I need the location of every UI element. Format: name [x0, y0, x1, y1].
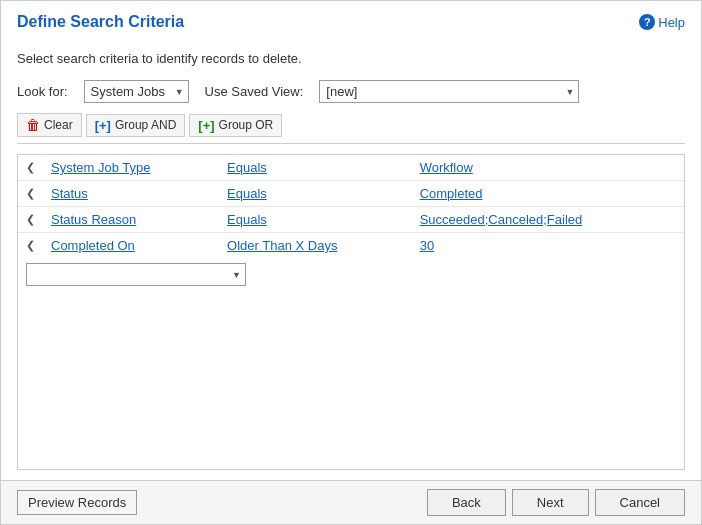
group-and-label: Group AND: [115, 118, 176, 132]
clear-button[interactable]: 🗑 Clear: [17, 113, 82, 137]
table-row: ❮ Completed On Older Than X Days 30: [18, 233, 684, 259]
clear-icon: 🗑: [26, 117, 40, 133]
row-chevron-0[interactable]: ❮: [18, 155, 43, 181]
dialog-title: Define Search Criteria: [17, 13, 184, 31]
field-cell-3: Completed On: [43, 233, 219, 259]
help-link[interactable]: ? Help: [639, 14, 685, 30]
look-for-select-wrapper[interactable]: System Jobs: [84, 80, 189, 103]
row-chevron-1[interactable]: ❮: [18, 181, 43, 207]
use-saved-view-label: Use Saved View:: [205, 84, 304, 99]
dialog: Define Search Criteria ? Help Select sea…: [0, 0, 702, 525]
look-for-label: Look for:: [17, 84, 68, 99]
field-cell-1: Status: [43, 181, 219, 207]
look-for-select[interactable]: System Jobs: [84, 80, 189, 103]
toolbar: 🗑 Clear [+] Group AND [+] Group OR: [17, 113, 685, 144]
operator-link-3[interactable]: Older Than X Days: [227, 238, 337, 253]
cancel-button[interactable]: Cancel: [595, 489, 685, 516]
field-link-3[interactable]: Completed On: [51, 238, 135, 253]
new-row: [18, 258, 684, 291]
value-link-1[interactable]: Completed: [420, 186, 483, 201]
operator-link-2[interactable]: Equals: [227, 212, 267, 227]
table-row: ❮ Status Equals Completed: [18, 181, 684, 207]
subtitle-text: Select search criteria to identify recor…: [17, 47, 685, 70]
table-row: ❮ System Job Type Equals Workflow: [18, 155, 684, 181]
dialog-body: Select search criteria to identify recor…: [1, 37, 701, 480]
group-and-button[interactable]: [+] Group AND: [86, 114, 186, 137]
group-or-label: Group OR: [219, 118, 274, 132]
new-field-select[interactable]: [26, 263, 246, 286]
group-or-icon: [+]: [198, 118, 214, 133]
value-cell-2: Succeeded;Canceled;Failed: [412, 207, 684, 233]
value-link-2[interactable]: Succeeded;Canceled;Failed: [420, 212, 583, 227]
value-cell-1: Completed: [412, 181, 684, 207]
field-link-0[interactable]: System Job Type: [51, 160, 150, 175]
operator-cell-1: Equals: [219, 181, 412, 207]
group-or-button[interactable]: [+] Group OR: [189, 114, 282, 137]
dialog-footer: Preview Records Back Next Cancel: [1, 480, 701, 524]
new-field-select-wrapper[interactable]: [26, 263, 246, 286]
help-icon: ?: [639, 14, 655, 30]
next-button[interactable]: Next: [512, 489, 589, 516]
criteria-table-container: ❮ System Job Type Equals Workflow ❮ Stat…: [17, 154, 685, 470]
operator-cell-0: Equals: [219, 155, 412, 181]
operator-cell-2: Equals: [219, 207, 412, 233]
preview-records-button[interactable]: Preview Records: [17, 490, 137, 515]
group-and-icon: [+]: [95, 118, 111, 133]
value-cell-3: 30: [412, 233, 684, 259]
help-label: Help: [658, 15, 685, 30]
footer-nav-buttons: Back Next Cancel: [427, 489, 685, 516]
use-saved-view-select[interactable]: [new]: [319, 80, 579, 103]
table-row: ❮ Status Reason Equals Succeeded;Cancele…: [18, 207, 684, 233]
field-link-1[interactable]: Status: [51, 186, 88, 201]
field-cell-0: System Job Type: [43, 155, 219, 181]
use-saved-view-select-wrapper[interactable]: [new]: [319, 80, 579, 103]
value-cell-0: Workflow: [412, 155, 684, 181]
value-link-0[interactable]: Workflow: [420, 160, 473, 175]
criteria-table: ❮ System Job Type Equals Workflow ❮ Stat…: [18, 155, 684, 291]
operator-link-0[interactable]: Equals: [227, 160, 267, 175]
value-link-3[interactable]: 30: [420, 238, 434, 253]
clear-label: Clear: [44, 118, 73, 132]
dialog-header: Define Search Criteria ? Help: [1, 1, 701, 37]
field-link-2[interactable]: Status Reason: [51, 212, 136, 227]
field-cell-2: Status Reason: [43, 207, 219, 233]
row-chevron-2[interactable]: ❮: [18, 207, 43, 233]
operator-link-1[interactable]: Equals: [227, 186, 267, 201]
look-for-row: Look for: System Jobs Use Saved View: [n…: [17, 80, 685, 103]
operator-cell-3: Older Than X Days: [219, 233, 412, 259]
back-button[interactable]: Back: [427, 489, 506, 516]
row-chevron-3[interactable]: ❮: [18, 233, 43, 259]
